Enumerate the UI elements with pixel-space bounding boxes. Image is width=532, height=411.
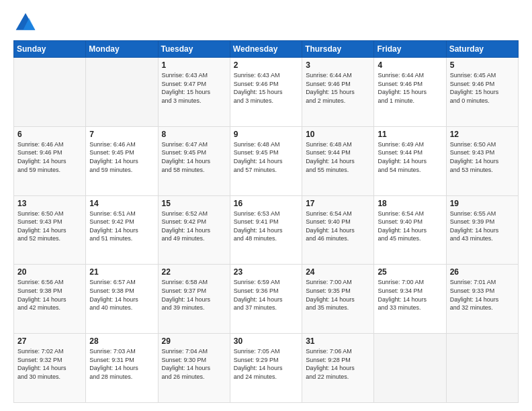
day-detail: Sunrise: 6:57 AM Sunset: 9:38 PM Dayligh… — [89, 278, 154, 312]
day-number: 7 — [89, 130, 154, 139]
day-detail: Sunrise: 6:51 AM Sunset: 9:42 PM Dayligh… — [89, 210, 154, 243]
day-number: 9 — [234, 130, 298, 139]
day-number: 8 — [162, 130, 226, 139]
day-detail: Sunrise: 6:48 AM Sunset: 9:45 PM Dayligh… — [234, 140, 298, 174]
day-number: 5 — [450, 60, 515, 70]
week-row-1: 6Sunrise: 6:46 AM Sunset: 9:46 PM Daylig… — [14, 126, 519, 195]
day-detail: Sunrise: 7:00 AM Sunset: 9:34 PM Dayligh… — [378, 278, 442, 312]
week-row-3: 20Sunrise: 6:56 AM Sunset: 9:38 PM Dayli… — [14, 265, 519, 334]
day-number: 21 — [89, 267, 154, 277]
day-number: 26 — [450, 267, 515, 277]
day-cell: 29Sunrise: 7:04 AM Sunset: 9:30 PM Dayli… — [158, 334, 230, 403]
day-detail: Sunrise: 6:54 AM Sunset: 9:40 PM Dayligh… — [306, 210, 370, 243]
day-detail: Sunrise: 6:55 AM Sunset: 9:39 PM Dayligh… — [450, 210, 515, 243]
day-detail: Sunrise: 6:52 AM Sunset: 9:42 PM Dayligh… — [162, 210, 226, 243]
day-cell — [86, 58, 158, 127]
day-detail: Sunrise: 6:44 AM Sunset: 9:46 PM Dayligh… — [306, 71, 370, 105]
day-cell: 20Sunrise: 6:56 AM Sunset: 9:38 PM Dayli… — [14, 265, 86, 334]
day-detail: Sunrise: 6:44 AM Sunset: 9:46 PM Dayligh… — [378, 71, 442, 105]
weekday-row: SundayMondayTuesdayWednesdayThursdayFrid… — [14, 41, 519, 58]
day-number: 10 — [306, 130, 370, 139]
day-cell: 8Sunrise: 6:47 AM Sunset: 9:45 PM Daylig… — [158, 126, 230, 195]
day-cell: 14Sunrise: 6:51 AM Sunset: 9:42 PM Dayli… — [86, 195, 158, 265]
day-number: 17 — [306, 199, 370, 208]
day-cell: 11Sunrise: 6:49 AM Sunset: 9:44 PM Dayli… — [374, 126, 446, 195]
day-cell: 1Sunrise: 6:43 AM Sunset: 9:47 PM Daylig… — [158, 58, 230, 127]
day-detail: Sunrise: 6:43 AM Sunset: 9:47 PM Dayligh… — [162, 71, 226, 105]
day-cell: 22Sunrise: 6:58 AM Sunset: 9:37 PM Dayli… — [158, 265, 230, 334]
day-detail: Sunrise: 6:47 AM Sunset: 9:45 PM Dayligh… — [162, 140, 226, 174]
day-cell: 2Sunrise: 6:43 AM Sunset: 9:46 PM Daylig… — [230, 58, 302, 127]
weekday-wednesday: Wednesday — [230, 41, 302, 58]
day-number: 29 — [162, 336, 226, 346]
week-row-2: 13Sunrise: 6:50 AM Sunset: 9:43 PM Dayli… — [14, 195, 519, 265]
day-detail: Sunrise: 6:45 AM Sunset: 9:46 PM Dayligh… — [450, 71, 515, 105]
day-cell — [446, 334, 518, 403]
day-cell: 10Sunrise: 6:48 AM Sunset: 9:44 PM Dayli… — [302, 126, 374, 195]
day-number: 30 — [234, 336, 298, 346]
day-number: 28 — [89, 336, 154, 346]
weekday-monday: Monday — [86, 41, 158, 58]
day-detail: Sunrise: 6:43 AM Sunset: 9:46 PM Dayligh… — [234, 71, 298, 105]
day-cell: 27Sunrise: 7:02 AM Sunset: 9:32 PM Dayli… — [14, 334, 86, 403]
day-detail: Sunrise: 6:48 AM Sunset: 9:44 PM Dayligh… — [306, 140, 370, 174]
day-cell: 16Sunrise: 6:53 AM Sunset: 9:41 PM Dayli… — [230, 195, 302, 265]
day-cell — [374, 334, 446, 403]
header — [13, 11, 519, 35]
logo-icon — [13, 11, 38, 35]
day-cell: 26Sunrise: 7:01 AM Sunset: 9:33 PM Dayli… — [446, 265, 518, 334]
day-number: 22 — [162, 267, 226, 277]
day-detail: Sunrise: 7:00 AM Sunset: 9:35 PM Dayligh… — [306, 278, 370, 312]
day-cell: 18Sunrise: 6:54 AM Sunset: 9:40 PM Dayli… — [374, 195, 446, 265]
day-cell: 6Sunrise: 6:46 AM Sunset: 9:46 PM Daylig… — [14, 126, 86, 195]
day-number: 24 — [306, 267, 370, 277]
calendar-header: SundayMondayTuesdayWednesdayThursdayFrid… — [14, 41, 519, 58]
weekday-saturday: Saturday — [446, 41, 518, 58]
day-detail: Sunrise: 6:59 AM Sunset: 9:36 PM Dayligh… — [234, 278, 298, 312]
day-number: 18 — [378, 199, 442, 208]
day-number: 3 — [306, 60, 370, 70]
day-cell: 25Sunrise: 7:00 AM Sunset: 9:34 PM Dayli… — [374, 265, 446, 334]
week-row-0: 1Sunrise: 6:43 AM Sunset: 9:47 PM Daylig… — [14, 58, 519, 127]
day-number: 27 — [17, 336, 82, 346]
day-detail: Sunrise: 7:01 AM Sunset: 9:33 PM Dayligh… — [450, 278, 515, 312]
day-cell: 7Sunrise: 6:46 AM Sunset: 9:45 PM Daylig… — [86, 126, 158, 195]
weekday-tuesday: Tuesday — [158, 41, 230, 58]
day-number: 13 — [17, 199, 82, 208]
day-number: 11 — [378, 130, 442, 139]
day-detail: Sunrise: 7:06 AM Sunset: 9:28 PM Dayligh… — [306, 347, 370, 381]
day-number: 23 — [234, 267, 298, 277]
calendar-body: 1Sunrise: 6:43 AM Sunset: 9:47 PM Daylig… — [14, 58, 519, 403]
day-number: 4 — [378, 60, 442, 70]
page: SundayMondayTuesdayWednesdayThursdayFrid… — [0, 0, 532, 411]
day-cell: 17Sunrise: 6:54 AM Sunset: 9:40 PM Dayli… — [302, 195, 374, 265]
day-cell: 23Sunrise: 6:59 AM Sunset: 9:36 PM Dayli… — [230, 265, 302, 334]
day-detail: Sunrise: 7:03 AM Sunset: 9:31 PM Dayligh… — [89, 347, 154, 381]
day-detail: Sunrise: 6:50 AM Sunset: 9:43 PM Dayligh… — [450, 140, 515, 174]
day-detail: Sunrise: 6:53 AM Sunset: 9:41 PM Dayligh… — [234, 210, 298, 243]
day-cell: 4Sunrise: 6:44 AM Sunset: 9:46 PM Daylig… — [374, 58, 446, 127]
weekday-thursday: Thursday — [302, 41, 374, 58]
day-number: 16 — [234, 199, 298, 208]
weekday-sunday: Sunday — [14, 41, 86, 58]
day-cell: 21Sunrise: 6:57 AM Sunset: 9:38 PM Dayli… — [86, 265, 158, 334]
week-row-4: 27Sunrise: 7:02 AM Sunset: 9:32 PM Dayli… — [14, 334, 519, 403]
day-number: 15 — [162, 199, 226, 208]
logo — [13, 11, 40, 35]
day-detail: Sunrise: 6:58 AM Sunset: 9:37 PM Dayligh… — [162, 278, 226, 312]
day-detail: Sunrise: 6:56 AM Sunset: 9:38 PM Dayligh… — [17, 278, 82, 312]
day-cell: 24Sunrise: 7:00 AM Sunset: 9:35 PM Dayli… — [302, 265, 374, 334]
day-detail: Sunrise: 6:46 AM Sunset: 9:46 PM Dayligh… — [17, 140, 82, 174]
day-number: 1 — [162, 60, 226, 70]
day-cell: 9Sunrise: 6:48 AM Sunset: 9:45 PM Daylig… — [230, 126, 302, 195]
day-cell: 19Sunrise: 6:55 AM Sunset: 9:39 PM Dayli… — [446, 195, 518, 265]
calendar: SundayMondayTuesdayWednesdayThursdayFrid… — [13, 40, 519, 403]
day-detail: Sunrise: 6:49 AM Sunset: 9:44 PM Dayligh… — [378, 140, 442, 174]
day-detail: Sunrise: 6:46 AM Sunset: 9:45 PM Dayligh… — [89, 140, 154, 174]
day-detail: Sunrise: 6:54 AM Sunset: 9:40 PM Dayligh… — [378, 210, 442, 243]
day-number: 20 — [17, 267, 82, 277]
day-number: 25 — [378, 267, 442, 277]
day-number: 2 — [234, 60, 298, 70]
day-number: 14 — [89, 199, 154, 208]
day-cell — [14, 58, 86, 127]
